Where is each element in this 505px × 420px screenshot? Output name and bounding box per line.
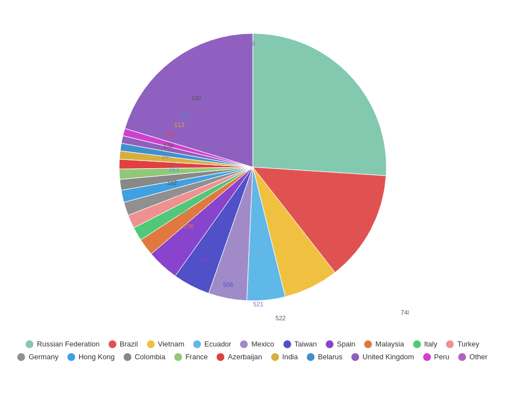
legend-item-brazil: Brazil	[109, 340, 138, 348]
legend-item-germany: Germany	[17, 353, 58, 361]
legend-label-13: France	[185, 353, 208, 361]
legend-label-3: Ecuador	[204, 340, 231, 348]
legend-dot-0	[26, 340, 33, 348]
legend-item-hong-kong: Hong Kong	[67, 353, 115, 361]
value-label-4: 521	[253, 301, 263, 307]
value-label-9: 183	[172, 194, 182, 201]
legend-dot-10	[17, 353, 25, 361]
legend-item-taiwan: Taiwan	[283, 340, 317, 348]
legend-label-6: Spain	[337, 340, 355, 348]
legend-dot-16	[307, 353, 315, 361]
legend-label-17: United Kingdom	[362, 353, 414, 361]
legend-label-5: Taiwan	[295, 340, 317, 348]
legend-dot-2	[147, 340, 155, 348]
pie-slice-0[interactable]	[253, 33, 386, 175]
value-label-10: 182	[166, 179, 176, 186]
legend-dot-18	[423, 353, 431, 361]
value-label-8: 186	[178, 209, 188, 216]
legend-item-other: Other	[458, 353, 488, 361]
pie-wrapper: 2927150774852252150643623618618318216314…	[97, 11, 409, 323]
legend-item-malaysia: Malaysia	[364, 340, 404, 348]
legend-item-india: India	[271, 353, 298, 361]
legend-label-15: India	[282, 353, 298, 361]
legend-label-18: Peru	[434, 353, 449, 361]
legend-dot-7	[364, 340, 372, 348]
value-label-14: 132	[164, 131, 174, 138]
legend-dot-15	[271, 353, 279, 361]
legend-dot-14	[217, 353, 224, 361]
legend-item-mexico: Mexico	[240, 340, 274, 348]
legend-item-ecuador: Ecuador	[193, 340, 231, 348]
chart-container: 2927150774852252150643623618618318216314…	[0, 0, 505, 334]
legend-label-4: Mexico	[251, 340, 274, 348]
legend-label-19: Other	[469, 353, 488, 361]
value-label-19: 1659	[241, 40, 254, 47]
legend-dot-4	[240, 340, 248, 348]
value-label-6: 436	[198, 256, 208, 263]
legend-item-russian-federation: Russian Federation	[26, 340, 100, 348]
legend-dot-5	[283, 340, 291, 348]
legend-label-10: Germany	[28, 353, 58, 361]
legend-item-vietnam: Vietnam	[147, 340, 184, 348]
legend-item-peru: Peru	[423, 353, 449, 361]
value-label-12: 147	[161, 153, 171, 160]
legend-item-belarus: Belarus	[307, 353, 342, 361]
value-label-13: 139	[163, 142, 173, 149]
legend-dot-17	[351, 353, 359, 361]
value-label-3: 522	[275, 315, 285, 321]
legend-item-italy: Italy	[413, 340, 438, 348]
legend-dot-6	[326, 340, 334, 348]
legend-label-8: Italy	[424, 340, 438, 348]
value-label-2: 748	[400, 309, 408, 316]
legend-container: Russian FederationBrazilVietnamEcuadorMe…	[0, 334, 505, 367]
legend-dot-3	[193, 340, 201, 348]
value-label-15: 113	[174, 121, 184, 128]
value-label-11: 163	[168, 166, 178, 173]
legend-label-12: Colombia	[135, 353, 165, 361]
value-label-7: 236	[183, 223, 193, 229]
legend-dot-9	[446, 340, 454, 348]
value-label-5: 506	[223, 281, 233, 288]
legend-dot-12	[124, 353, 131, 361]
legend-label-7: Malaysia	[375, 340, 404, 348]
legend-item-colombia: Colombia	[124, 353, 165, 361]
legend-label-11: Hong Kong	[79, 353, 115, 361]
value-label-17: 102	[185, 103, 195, 110]
legend-item-azerbaijan: Azerbaijan	[217, 353, 262, 361]
legend-item-united-kingdom: United Kingdom	[351, 353, 414, 361]
legend-item-turkey: Turkey	[446, 340, 479, 348]
legend-dot-8	[413, 340, 421, 348]
legend-label-1: Brazil	[120, 340, 138, 348]
legend-label-14: Azerbaijan	[228, 353, 262, 361]
legend-label-2: Vietnam	[158, 340, 184, 348]
legend-label-9: Turkey	[457, 340, 479, 348]
legend-label-0: Russian Federation	[37, 340, 100, 348]
value-label-16: 103	[179, 113, 189, 119]
legend-item-spain: Spain	[326, 340, 355, 348]
legend-label-16: Belarus	[318, 353, 342, 361]
legend-dot-11	[67, 353, 75, 361]
legend-dot-19	[458, 353, 466, 361]
pie-chart: 2927150774852252150643623618618318216314…	[97, 11, 409, 323]
value-label-18: 100	[190, 95, 200, 101]
legend-item-france: France	[174, 353, 208, 361]
legend-dot-13	[174, 353, 182, 361]
legend-dot-1	[109, 340, 116, 348]
